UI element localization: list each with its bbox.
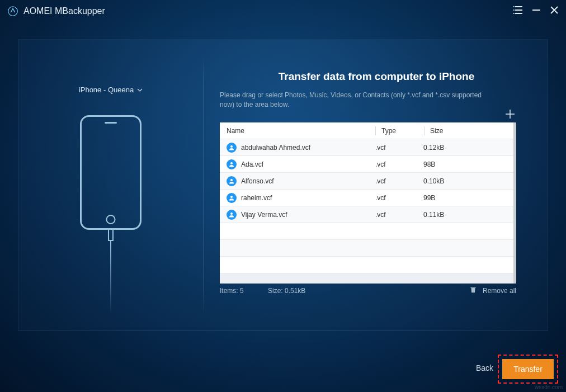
file-type: .vcf: [375, 194, 423, 202]
add-files-button[interactable]: [503, 107, 517, 121]
file-name: Ada.vcf: [241, 160, 263, 168]
table-row[interactable]: Vijay Verma.vcf.vcf0.11kB: [220, 206, 516, 223]
svg-point-8: [230, 145, 233, 148]
file-name: raheim.vcf: [241, 194, 272, 202]
plus-icon: [504, 108, 516, 120]
minimize-icon[interactable]: [532, 6, 540, 16]
header-name[interactable]: Name: [220, 127, 375, 135]
back-button[interactable]: Back: [476, 363, 493, 372]
transfer-column: Transfer data from computer to iPhone Pl…: [220, 40, 533, 110]
table-header: Name Type Size: [220, 122, 516, 139]
chevron-down-icon: [137, 88, 143, 92]
app-title: AOMEI MBackupper: [23, 6, 105, 16]
device-label: iPhone - Queena: [79, 86, 134, 94]
svg-point-11: [230, 196, 233, 198]
phone-illustration: [80, 115, 142, 314]
file-type: .vcf: [375, 177, 423, 185]
contact-icon: [227, 176, 237, 186]
file-name: Vijay Verma.vcf: [241, 211, 287, 219]
trash-icon[interactable]: [469, 286, 477, 295]
transfer-button[interactable]: Transfer: [502, 359, 554, 379]
page-subtitle: Please drag or select Photos, Music, Vid…: [220, 91, 483, 110]
file-size: 0.10kB: [423, 177, 516, 185]
header-type[interactable]: Type: [376, 127, 424, 135]
table-row[interactable]: raheim.vcf.vcf99B: [220, 190, 516, 206]
file-size: 98B: [423, 160, 516, 168]
file-size: 99B: [423, 194, 516, 202]
svg-point-6: [514, 13, 515, 14]
menu-icon[interactable]: [513, 6, 522, 16]
svg-point-12: [230, 212, 233, 215]
svg-point-9: [230, 162, 233, 164]
table-row-empty: [220, 223, 516, 240]
items-count: Items: 5: [220, 287, 268, 295]
table-row[interactable]: Alfonso.vcf.vcf0.10kB: [220, 173, 516, 190]
file-type: .vcf: [375, 211, 423, 219]
file-table: Name Type Size abdulwahab Ahmed.vcf.vcf0…: [220, 122, 516, 284]
main-panel: iPhone - Queena Transfer data from compu…: [18, 39, 548, 331]
page-title: Transfer data from computer to iPhone: [220, 70, 533, 83]
app-logo-icon: [8, 6, 18, 16]
header-size[interactable]: Size: [424, 127, 516, 135]
table-row-empty: [220, 240, 516, 257]
table-row[interactable]: Ada.vcf.vcf98B: [220, 156, 516, 173]
vertical-divider: [203, 55, 204, 316]
status-bar: Items: 5 Size: 0.51kB Remove all: [220, 286, 533, 295]
device-column: iPhone - Queena: [18, 40, 203, 330]
remove-all-link[interactable]: Remove all: [483, 287, 516, 295]
file-type: .vcf: [375, 160, 423, 168]
watermark: wsxdn.com: [535, 384, 563, 390]
title-bar: AOMEI MBackupper: [0, 0, 566, 22]
contact-icon: [227, 143, 237, 153]
svg-point-4: [514, 6, 515, 7]
table-row-empty: [220, 257, 516, 273]
transfer-highlight: Transfer: [498, 355, 558, 384]
table-scrollbar[interactable]: [513, 122, 516, 284]
contact-icon: [227, 193, 237, 203]
file-name: abdulwahab Ahmed.vcf: [241, 144, 310, 152]
device-selector[interactable]: iPhone - Queena: [79, 86, 143, 94]
close-icon[interactable]: [550, 6, 558, 16]
table-row[interactable]: abdulwahab Ahmed.vcf.vcf0.12kB: [220, 139, 516, 156]
contact-icon: [227, 210, 237, 220]
svg-point-10: [230, 179, 233, 181]
file-type: .vcf: [375, 144, 423, 152]
svg-rect-7: [532, 10, 540, 11]
file-name: Alfonso.vcf: [241, 177, 274, 185]
contact-icon: [227, 159, 237, 169]
file-size: 0.11kB: [423, 211, 516, 219]
total-size: Size: 0.51kB: [268, 287, 305, 295]
svg-point-5: [514, 10, 515, 11]
file-size: 0.12kB: [423, 144, 516, 152]
